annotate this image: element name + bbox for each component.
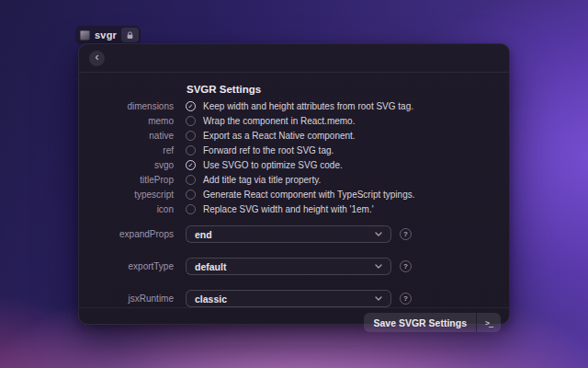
chevron-down-icon <box>375 232 382 236</box>
dropdown-list: expandProps end ? exportType default ? j… <box>79 225 509 307</box>
checkbox[interactable]: ✓ <box>186 160 196 170</box>
help-icon[interactable]: ? <box>400 228 412 240</box>
svgr-extension-icon <box>80 30 90 40</box>
extension-tag-label: svgr <box>95 29 117 40</box>
dropdown-select[interactable]: classic <box>186 290 391 307</box>
save-svgr-settings-button[interactable]: Save SVGR Settings >_ <box>364 313 501 332</box>
preference-description: Add title tag via title property. <box>203 175 321 186</box>
dropdown-row: expandProps end ? <box>79 225 509 243</box>
lock-key-chip <box>121 28 139 42</box>
preference-row: titleProp Add title tag via title proper… <box>79 175 509 186</box>
dropdown-row: jsxRuntime classic ? <box>79 290 509 307</box>
preference-description: Wrap the component in React.memo. <box>203 116 355 127</box>
preference-row: native Export as a React Native componen… <box>79 131 509 142</box>
preference-name-label: svgo <box>79 160 174 171</box>
help-icon[interactable]: ? <box>400 260 412 272</box>
preference-name-label: expandProps <box>79 229 174 240</box>
dropdown-value: end <box>195 229 212 240</box>
settings-form: SVGR Settings dimensions ✓ Keep width an… <box>79 73 509 307</box>
preference-row: svgo ✓ Use SVGO to optimize SVG code. <box>79 160 509 171</box>
preference-description: Export as a React Native component. <box>203 131 356 142</box>
preference-name-label: native <box>79 131 174 142</box>
page-title: SVGR Settings <box>187 84 509 95</box>
checkbox[interactable] <box>186 131 196 141</box>
checkbox[interactable] <box>186 204 196 214</box>
preference-name-label: icon <box>79 204 174 215</box>
preference-name-label: jsxRuntime <box>79 293 174 305</box>
chevron-down-icon <box>375 264 382 269</box>
preference-row: memo Wrap the component in React.memo. <box>79 116 509 127</box>
extension-tag[interactable]: svgr <box>75 26 141 44</box>
preference-row: typescript Generate React component with… <box>79 190 509 201</box>
preference-name-label: exportType <box>79 261 174 272</box>
preference-name-label: memo <box>79 116 174 127</box>
checkbox[interactable] <box>186 145 196 155</box>
preference-row: dimensions ✓ Keep width and height attri… <box>79 101 509 112</box>
preference-description: Use SVGO to optimize SVG code. <box>203 160 343 171</box>
window-header: ‹ <box>79 44 509 73</box>
enter-key-icon: >_ <box>477 313 501 332</box>
preference-row: icon Replace SVG width and height with '… <box>79 204 509 215</box>
lock-icon <box>126 31 134 40</box>
preference-description: Forward ref to the root SVG tag. <box>203 145 334 156</box>
dropdown-row: exportType default ? <box>79 258 509 275</box>
preference-name-label: typescript <box>79 190 174 201</box>
checkbox[interactable] <box>186 116 196 126</box>
preference-name-label: dimensions <box>79 101 174 112</box>
preference-row: ref Forward ref to the root SVG tag. <box>79 145 509 156</box>
preference-description: Replace SVG width and height with '1em.' <box>203 204 374 215</box>
checkbox-list: dimensions ✓ Keep width and height attri… <box>79 101 509 215</box>
preference-description: Keep width and height attributes from ro… <box>203 101 413 112</box>
checkbox[interactable]: ✓ <box>186 101 196 111</box>
dropdown-select[interactable]: default <box>186 258 391 275</box>
svgr-settings-window: ‹ SVGR Settings dimensions ✓ Keep width … <box>78 43 510 325</box>
dropdown-select[interactable]: end <box>186 225 391 243</box>
chevron-down-icon <box>375 296 382 301</box>
preference-name-label: titleProp <box>79 175 174 186</box>
back-button[interactable]: ‹ <box>89 51 105 66</box>
preference-name-label: ref <box>79 145 174 156</box>
dropdown-value: default <box>195 261 226 272</box>
help-icon[interactable]: ? <box>400 293 412 305</box>
save-button-label: Save SVGR Settings <box>364 313 476 332</box>
preference-description: Generate React component with TypeScript… <box>203 190 415 201</box>
checkbox[interactable] <box>186 190 196 200</box>
dropdown-value: classic <box>195 293 227 305</box>
checkbox[interactable] <box>186 175 196 185</box>
action-bar: Save SVGR Settings >_ <box>79 307 509 337</box>
